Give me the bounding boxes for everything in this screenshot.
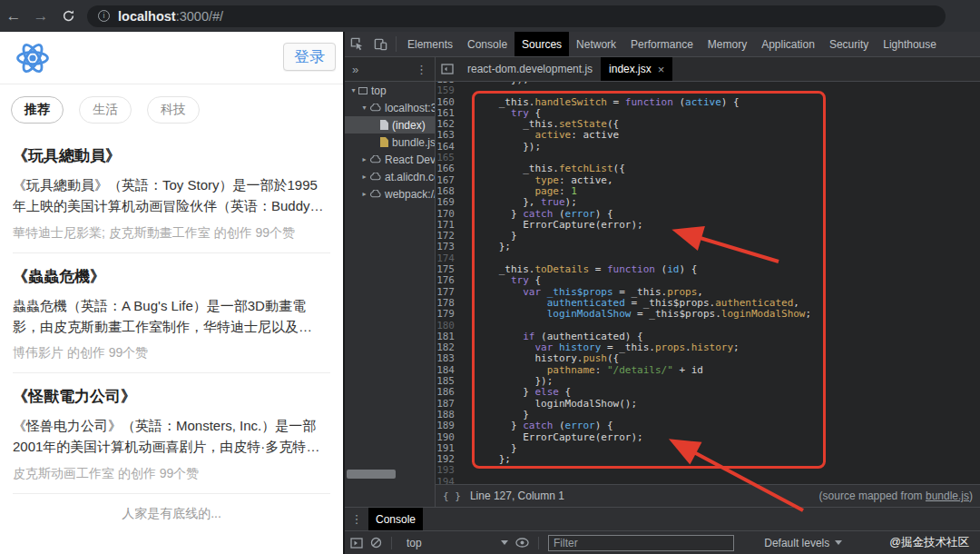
- line-number[interactable]: 190: [436, 432, 463, 443]
- movie-meta: 博伟影片 的创作 99个赞: [13, 345, 330, 361]
- line-number[interactable]: 186: [436, 387, 463, 398]
- back-icon[interactable]: ←: [0, 7, 27, 25]
- inspect-element-icon[interactable]: [345, 32, 368, 56]
- movie-description: 蟲蟲危機（英語：A Bug's Life）是一部3D動畫電影，由皮克斯動畫工作室…: [13, 295, 330, 338]
- devtools-tab-memory[interactable]: Memory: [701, 32, 754, 56]
- movie-description: 《玩具總動員》（英語：Toy Story）是一部於1995年上映的美国计算机动画…: [13, 174, 330, 217]
- category-tab-生活[interactable]: 生活: [79, 96, 132, 124]
- code-line: 191 }: [436, 443, 980, 454]
- pretty-print-icon[interactable]: { }: [443, 490, 461, 502]
- forward-icon[interactable]: →: [27, 7, 54, 25]
- code-editor[interactable]: 158 }); 159 160 _this.handleSwitch = fun…: [436, 82, 980, 484]
- line-number[interactable]: 166: [436, 163, 463, 174]
- line-number[interactable]: 169: [436, 197, 463, 208]
- tree-item-label: localhost:3000: [385, 102, 435, 114]
- console-filter-input[interactable]: [548, 535, 734, 551]
- code-line: 192 };: [436, 454, 980, 465]
- movie-title: 《蟲蟲危機》: [13, 257, 330, 287]
- devtools-tab-security[interactable]: Security: [822, 32, 876, 56]
- code-line: 173 };: [436, 242, 980, 252]
- list-item[interactable]: 《蟲蟲危機》 蟲蟲危機（英語：A Bug's Life）是一部3D動畫電影，由皮…: [0, 253, 343, 362]
- device-toolbar-icon[interactable]: [368, 32, 392, 56]
- tab-console-drawer[interactable]: Console: [368, 508, 423, 530]
- line-number[interactable]: 189: [436, 420, 463, 431]
- reload-icon[interactable]: [54, 9, 82, 23]
- browser-toolbar: ← → i localhost :3000/#/: [0, 0, 980, 32]
- sources-body: ▾ top ▾ localhost:3000 (index) bundle.js…: [345, 82, 980, 484]
- line-number[interactable]: 194: [436, 477, 463, 484]
- page-info-icon[interactable]: i: [98, 10, 110, 22]
- console-sidebar-icon[interactable]: [350, 538, 363, 549]
- js-context-dropdown[interactable]: top: [401, 537, 508, 549]
- tree-item-(index)[interactable]: (index): [345, 116, 435, 134]
- list-item[interactable]: 《怪獸電力公司》 《怪兽电力公司》（英語：Monsters, Inc.）是一部2…: [0, 373, 343, 482]
- tree-item-bundle.js[interactable]: bundle.js: [345, 134, 435, 151]
- category-tabs: 推荐生活科技: [0, 84, 343, 133]
- bundle-js-link[interactable]: bundle.js: [926, 490, 969, 502]
- file-tab-index.jsx[interactable]: index.jsx×: [601, 57, 672, 81]
- line-number[interactable]: 170: [436, 209, 463, 220]
- code-line: 190 ErrorCapture(error);: [436, 432, 980, 443]
- movie-meta: 皮克斯动画工作室 的创作 99个赞: [13, 466, 330, 482]
- tree-item-localhost:3000[interactable]: ▾ localhost:3000: [345, 99, 435, 116]
- line-number[interactable]: 163: [436, 130, 463, 141]
- js-file-icon: [380, 137, 388, 147]
- line-number[interactable]: 183: [436, 353, 463, 364]
- navigator-bottom-fill: [345, 484, 436, 507]
- line-number[interactable]: 173: [436, 242, 463, 252]
- devtools-tab-application[interactable]: Application: [754, 32, 822, 56]
- file-tab-react-dom.development.js[interactable]: react-dom.development.js: [459, 57, 601, 81]
- line-number[interactable]: 159: [436, 85, 463, 96]
- list-item[interactable]: 《玩具總動員》 《玩具總動員》（英語：Toy Story）是一部於1995年上映…: [0, 133, 343, 242]
- url-host: localhost: [118, 9, 176, 24]
- movie-meta: 華特迪士尼影業; 皮克斯動畫工作室 的创作 99个赞: [13, 225, 330, 242]
- devtools-tab-elements[interactable]: Elements: [400, 32, 460, 56]
- login-button[interactable]: 登录: [283, 43, 336, 71]
- line-number[interactable]: 179: [436, 309, 463, 320]
- hide-navigator-icon[interactable]: [436, 57, 459, 81]
- editor-status-bar: { } Line 127, Column 1 (source mapped fr…: [436, 484, 980, 507]
- devtools-tab-lighthouse[interactable]: Lighthouse: [876, 32, 944, 56]
- web-page: 登录 推荐生活科技 《玩具總動員》 《玩具總動員》（英語：Toy Story）是…: [0, 32, 343, 554]
- devtools-tab-performance[interactable]: Performance: [623, 32, 701, 56]
- code-line: 179 loginModalShow = _this$props.loginMo…: [436, 309, 980, 320]
- collapsed-arrow-icon[interactable]: ▸: [359, 155, 369, 163]
- navigator-scrollbar[interactable]: [347, 470, 396, 479]
- line-number[interactable]: 176: [436, 275, 463, 286]
- devtools-tab-sources[interactable]: Sources: [514, 32, 569, 56]
- file-navigator: ▾ top ▾ localhost:3000 (index) bundle.js…: [345, 82, 436, 484]
- clear-console-icon[interactable]: [370, 537, 382, 549]
- file-tabs: react-dom.development.jsindex.jsx×: [436, 57, 980, 81]
- url-path: :3000/#/: [176, 9, 223, 24]
- live-expression-icon[interactable]: [515, 538, 529, 548]
- devtools-tab-console[interactable]: Console: [460, 32, 514, 56]
- navigator-menu-icon[interactable]: ⋮: [416, 63, 427, 76]
- address-bar[interactable]: i localhost :3000/#/: [87, 5, 946, 27]
- watermark-text: @掘金技术社区: [889, 535, 969, 550]
- code-line: 164 });: [436, 142, 980, 153]
- code-line: 171 ErrorCapture(error);: [436, 220, 980, 231]
- devtools-tab-network[interactable]: Network: [569, 32, 623, 56]
- line-number[interactable]: 193: [436, 465, 463, 476]
- close-icon[interactable]: ×: [658, 63, 665, 76]
- more-tabs-icon[interactable]: »: [352, 63, 358, 76]
- drawer-menu-icon[interactable]: ⋮: [345, 508, 368, 530]
- tree-item-label: bundle.js: [392, 136, 435, 149]
- category-tab-推荐[interactable]: 推荐: [11, 96, 64, 124]
- line-number[interactable]: 180: [436, 321, 463, 331]
- tree-item-at.alicdn.com[interactable]: ▸ at.alicdn.com: [345, 168, 435, 185]
- tree-item-React DevTools[interactable]: ▸ React DevTools: [345, 151, 435, 168]
- collapsed-arrow-icon[interactable]: ▸: [359, 173, 369, 181]
- tree-item-label: at.alicdn.com: [385, 171, 435, 183]
- log-levels-dropdown[interactable]: Default levels: [764, 537, 842, 549]
- devtools-tabs: ElementsConsoleSourcesNetworkPerformance…: [400, 32, 944, 56]
- frame-icon: [358, 87, 368, 94]
- expanded-arrow-icon[interactable]: ▾: [348, 86, 358, 94]
- expanded-arrow-icon[interactable]: ▾: [359, 104, 369, 112]
- collapsed-arrow-icon[interactable]: ▸: [359, 190, 369, 198]
- movie-title: 《玩具總動員》: [13, 136, 330, 166]
- tree-item-top[interactable]: ▾ top: [345, 82, 435, 99]
- tree-item-webpack://[interactable]: ▸ webpack://: [345, 185, 435, 203]
- category-tab-科技[interactable]: 科技: [147, 96, 200, 124]
- cloud-icon: [369, 190, 381, 198]
